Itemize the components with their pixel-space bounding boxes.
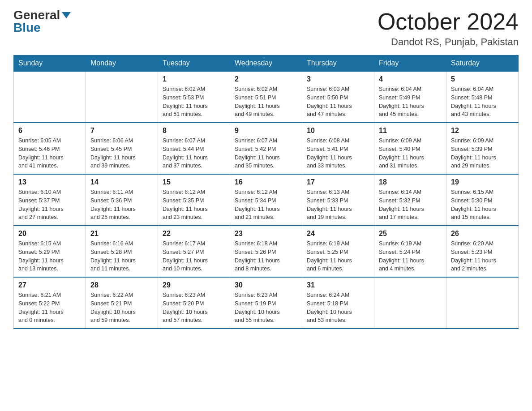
calendar-cell: 18Sunrise: 6:14 AMSunset: 5:32 PMDayligh… (374, 174, 446, 226)
day-number: 31 (307, 281, 369, 289)
calendar-header-row: SundayMondayTuesdayWednesdayThursdayFrid… (14, 56, 519, 72)
day-number: 8 (163, 127, 225, 135)
day-info: Sunrise: 6:12 AMSunset: 5:34 PMDaylight:… (235, 188, 297, 222)
day-info: Sunrise: 6:10 AMSunset: 5:37 PMDaylight:… (18, 188, 81, 222)
day-number: 17 (307, 178, 369, 186)
header-monday: Monday (86, 56, 158, 72)
calendar-cell: 16Sunrise: 6:12 AMSunset: 5:34 PMDayligh… (230, 174, 302, 226)
calendar-cell: 12Sunrise: 6:09 AMSunset: 5:39 PMDayligh… (446, 123, 519, 174)
day-number: 27 (18, 281, 81, 289)
calendar-cell: 28Sunrise: 6:22 AMSunset: 5:21 PMDayligh… (86, 277, 158, 329)
calendar-cell: 19Sunrise: 6:15 AMSunset: 5:30 PMDayligh… (446, 174, 519, 226)
calendar-cell: 26Sunrise: 6:20 AMSunset: 5:23 PMDayligh… (446, 226, 519, 277)
day-number: 24 (307, 230, 369, 238)
day-info: Sunrise: 6:19 AMSunset: 5:24 PMDaylight:… (379, 240, 442, 273)
day-number: 12 (451, 127, 514, 135)
day-info: Sunrise: 6:22 AMSunset: 5:21 PMDaylight:… (90, 291, 153, 325)
day-number: 11 (379, 127, 442, 135)
header-tuesday: Tuesday (158, 56, 230, 72)
calendar-table: SundayMondayTuesdayWednesdayThursdayFrid… (13, 55, 519, 329)
day-info: Sunrise: 6:23 AMSunset: 5:20 PMDaylight:… (163, 291, 225, 325)
day-number: 21 (90, 230, 153, 238)
calendar-cell (446, 277, 519, 329)
day-info: Sunrise: 6:14 AMSunset: 5:32 PMDaylight:… (379, 188, 442, 222)
calendar-week-row: 13Sunrise: 6:10 AMSunset: 5:37 PMDayligh… (14, 174, 519, 226)
calendar-cell: 23Sunrise: 6:18 AMSunset: 5:26 PMDayligh… (230, 226, 302, 277)
calendar-cell: 25Sunrise: 6:19 AMSunset: 5:24 PMDayligh… (374, 226, 446, 277)
calendar-cell: 27Sunrise: 6:21 AMSunset: 5:22 PMDayligh… (14, 277, 86, 329)
day-number: 9 (235, 127, 297, 135)
calendar-cell: 24Sunrise: 6:19 AMSunset: 5:25 PMDayligh… (302, 226, 374, 277)
calendar-cell: 21Sunrise: 6:16 AMSunset: 5:28 PMDayligh… (86, 226, 158, 277)
title-section: October 2024 Dandot RS, Punjab, Pakistan (378, 9, 519, 48)
logo-triangle-icon (62, 12, 71, 18)
calendar-cell: 11Sunrise: 6:09 AMSunset: 5:40 PMDayligh… (374, 123, 446, 174)
calendar-week-row: 1Sunrise: 6:02 AMSunset: 5:53 PMDaylight… (14, 71, 519, 123)
day-number: 28 (90, 281, 153, 289)
calendar-cell: 7Sunrise: 6:06 AMSunset: 5:45 PMDaylight… (86, 123, 158, 174)
day-number: 15 (163, 178, 225, 186)
calendar-cell: 4Sunrise: 6:04 AMSunset: 5:49 PMDaylight… (374, 71, 446, 123)
calendar-cell: 10Sunrise: 6:08 AMSunset: 5:41 PMDayligh… (302, 123, 374, 174)
calendar-cell: 1Sunrise: 6:02 AMSunset: 5:53 PMDaylight… (158, 71, 230, 123)
day-info: Sunrise: 6:24 AMSunset: 5:18 PMDaylight:… (307, 291, 369, 325)
day-info: Sunrise: 6:15 AMSunset: 5:30 PMDaylight:… (451, 188, 514, 222)
day-info: Sunrise: 6:20 AMSunset: 5:23 PMDaylight:… (451, 240, 514, 273)
calendar-cell: 30Sunrise: 6:23 AMSunset: 5:19 PMDayligh… (230, 277, 302, 329)
day-number: 14 (90, 178, 153, 186)
day-number: 25 (379, 230, 442, 238)
day-info: Sunrise: 6:04 AMSunset: 5:49 PMDaylight:… (379, 85, 442, 119)
day-number: 5 (451, 75, 514, 83)
calendar-week-row: 6Sunrise: 6:05 AMSunset: 5:46 PMDaylight… (14, 123, 519, 174)
day-info: Sunrise: 6:23 AMSunset: 5:19 PMDaylight:… (235, 291, 297, 325)
calendar-cell (86, 71, 158, 123)
day-number: 30 (235, 281, 297, 289)
calendar-week-row: 20Sunrise: 6:15 AMSunset: 5:29 PMDayligh… (14, 226, 519, 277)
header-wednesday: Wednesday (230, 56, 302, 72)
day-info: Sunrise: 6:06 AMSunset: 5:45 PMDaylight:… (90, 137, 153, 170)
day-number: 13 (18, 178, 81, 186)
month-title: October 2024 (378, 9, 519, 34)
day-number: 1 (163, 75, 225, 83)
day-info: Sunrise: 6:02 AMSunset: 5:53 PMDaylight:… (163, 85, 225, 119)
calendar-cell: 13Sunrise: 6:10 AMSunset: 5:37 PMDayligh… (14, 174, 86, 226)
header-friday: Friday (374, 56, 446, 72)
day-info: Sunrise: 6:11 AMSunset: 5:36 PMDaylight:… (90, 188, 153, 222)
day-number: 10 (307, 127, 369, 135)
day-number: 19 (451, 178, 514, 186)
calendar-cell (374, 277, 446, 329)
calendar-week-row: 27Sunrise: 6:21 AMSunset: 5:22 PMDayligh… (14, 277, 519, 329)
day-info: Sunrise: 6:04 AMSunset: 5:48 PMDaylight:… (451, 85, 514, 119)
calendar-cell: 31Sunrise: 6:24 AMSunset: 5:18 PMDayligh… (302, 277, 374, 329)
day-info: Sunrise: 6:21 AMSunset: 5:22 PMDaylight:… (18, 291, 81, 325)
calendar-cell: 17Sunrise: 6:13 AMSunset: 5:33 PMDayligh… (302, 174, 374, 226)
calendar-cell: 8Sunrise: 6:07 AMSunset: 5:44 PMDaylight… (158, 123, 230, 174)
page-header: General Blue October 2024 Dandot RS, Pun… (13, 9, 519, 48)
calendar-cell: 6Sunrise: 6:05 AMSunset: 5:46 PMDaylight… (14, 123, 86, 174)
logo-general-text: General (13, 9, 60, 21)
day-info: Sunrise: 6:17 AMSunset: 5:27 PMDaylight:… (163, 240, 225, 273)
calendar-cell: 29Sunrise: 6:23 AMSunset: 5:20 PMDayligh… (158, 277, 230, 329)
day-number: 2 (235, 75, 297, 83)
calendar-cell: 2Sunrise: 6:02 AMSunset: 5:51 PMDaylight… (230, 71, 302, 123)
calendar-cell: 20Sunrise: 6:15 AMSunset: 5:29 PMDayligh… (14, 226, 86, 277)
day-info: Sunrise: 6:09 AMSunset: 5:40 PMDaylight:… (379, 137, 442, 170)
day-number: 16 (235, 178, 297, 186)
day-number: 7 (90, 127, 153, 135)
calendar-cell: 9Sunrise: 6:07 AMSunset: 5:42 PMDaylight… (230, 123, 302, 174)
day-number: 20 (18, 230, 81, 238)
calendar-cell: 3Sunrise: 6:03 AMSunset: 5:50 PMDaylight… (302, 71, 374, 123)
day-info: Sunrise: 6:16 AMSunset: 5:28 PMDaylight:… (90, 240, 153, 273)
day-info: Sunrise: 6:12 AMSunset: 5:35 PMDaylight:… (163, 188, 225, 222)
day-number: 6 (18, 127, 81, 135)
calendar-cell: 5Sunrise: 6:04 AMSunset: 5:48 PMDaylight… (446, 71, 519, 123)
day-info: Sunrise: 6:07 AMSunset: 5:42 PMDaylight:… (235, 137, 297, 170)
day-number: 23 (235, 230, 297, 238)
day-info: Sunrise: 6:19 AMSunset: 5:25 PMDaylight:… (307, 240, 369, 273)
day-info: Sunrise: 6:09 AMSunset: 5:39 PMDaylight:… (451, 137, 514, 170)
day-number: 22 (163, 230, 225, 238)
day-info: Sunrise: 6:13 AMSunset: 5:33 PMDaylight:… (307, 188, 369, 222)
day-number: 18 (379, 178, 442, 186)
day-number: 26 (451, 230, 514, 238)
header-sunday: Sunday (14, 56, 86, 72)
